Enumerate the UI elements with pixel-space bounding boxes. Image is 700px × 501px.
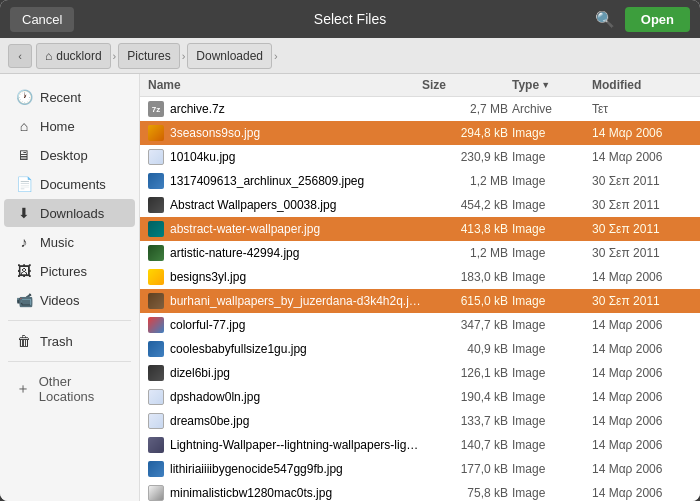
titlebar: Cancel Select Files 🔍 Open — [0, 0, 700, 38]
table-row[interactable]: colorful-77.jpg 347,7 kB Image 14 Μαρ 20… — [140, 313, 700, 337]
file-name-cell: minimalisticbw1280mac0ts.jpg — [148, 485, 422, 501]
breadcrumb: ⌂ ducklord › Pictures › Downloaded › — [36, 43, 278, 69]
open-button[interactable]: Open — [625, 7, 690, 32]
file-modified: 30 Σεπ 2011 — [592, 198, 692, 212]
breadcrumb-downloaded[interactable]: Downloaded — [187, 43, 272, 69]
file-modified: 30 Σεπ 2011 — [592, 174, 692, 188]
cancel-button[interactable]: Cancel — [10, 7, 74, 32]
sidebar-item-home[interactable]: ⌂ Home — [4, 112, 135, 140]
main-area: 🕐 Recent ⌂ Home 🖥 Desktop 📄 Documents ⬇ … — [0, 74, 700, 501]
file-modified: 30 Σεπ 2011 — [592, 222, 692, 236]
column-header-size[interactable]: Size — [422, 78, 512, 92]
file-name: archive.7z — [170, 102, 225, 116]
table-row[interactable]: dreams0be.jpg 133,7 kB Image 14 Μαρ 2006 — [140, 409, 700, 433]
sidebar-label-music: Music — [40, 235, 74, 250]
sidebar-item-recent[interactable]: 🕐 Recent — [4, 83, 135, 111]
table-row[interactable]: 7z archive.7z 2,7 MB Archive Τετ — [140, 97, 700, 121]
table-row[interactable]: artistic-nature-42994.jpg 1,2 MB Image 3… — [140, 241, 700, 265]
home-icon: ⌂ — [45, 49, 52, 63]
table-row[interactable]: abstract-water-wallpaper.jpg 413,8 kB Im… — [140, 217, 700, 241]
desktop-icon: 🖥 — [16, 147, 32, 163]
sidebar-label-videos: Videos — [40, 293, 80, 308]
file-type: Image — [512, 174, 592, 188]
file-name-cell: colorful-77.jpg — [148, 317, 422, 333]
table-row[interactable]: lithiriaiiiibygenocide547gg9fb.jpg 177,0… — [140, 457, 700, 481]
file-name-cell: 10104ku.jpg — [148, 149, 422, 165]
table-row[interactable]: 10104ku.jpg 230,9 kB Image 14 Μαρ 2006 — [140, 145, 700, 169]
file-size: 454,2 kB — [422, 198, 512, 212]
file-type: Image — [512, 318, 592, 332]
file-size: 1,2 MB — [422, 174, 512, 188]
file-modified: 14 Μαρ 2006 — [592, 414, 692, 428]
file-name-cell: dizel6bi.jpg — [148, 365, 422, 381]
file-type-icon — [148, 365, 164, 381]
file-name-cell: Lightning-Wallpaper--lightning-wallpaper… — [148, 437, 422, 453]
downloads-icon: ⬇ — [16, 205, 32, 221]
column-header-modified[interactable]: Modified — [592, 78, 692, 92]
table-row[interactable]: Abstract Wallpapers_00038.jpg 454,2 kB I… — [140, 193, 700, 217]
table-row[interactable]: besigns3yl.jpg 183,0 kB Image 14 Μαρ 200… — [140, 265, 700, 289]
sidebar-item-documents[interactable]: 📄 Documents — [4, 170, 135, 198]
file-type: Image — [512, 462, 592, 476]
file-name-cell: besigns3yl.jpg — [148, 269, 422, 285]
videos-icon: 📹 — [16, 292, 32, 308]
sidebar-label-other: Other Locations — [39, 374, 123, 404]
file-name-cell: coolesbabyfullsize1gu.jpg — [148, 341, 422, 357]
file-name-cell: 3seasons9so.jpg — [148, 125, 422, 141]
sidebar-label-recent: Recent — [40, 90, 81, 105]
file-type: Image — [512, 390, 592, 404]
file-modified: 14 Μαρ 2006 — [592, 438, 692, 452]
back-button[interactable]: ‹ — [8, 44, 32, 68]
column-header-type[interactable]: Type — [512, 78, 592, 92]
file-name-cell: Abstract Wallpapers_00038.jpg — [148, 197, 422, 213]
location-bar: ‹ ⌂ ducklord › Pictures › Downloaded › — [0, 38, 700, 74]
table-row[interactable]: 1317409613_archlinux_256809.jpeg 1,2 MB … — [140, 169, 700, 193]
sidebar-item-music[interactable]: ♪ Music — [4, 228, 135, 256]
table-row[interactable]: coolesbabyfullsize1gu.jpg 40,9 kB Image … — [140, 337, 700, 361]
sidebar: 🕐 Recent ⌂ Home 🖥 Desktop 📄 Documents ⬇ … — [0, 74, 140, 501]
file-modified: 14 Μαρ 2006 — [592, 342, 692, 356]
sidebar-item-downloads[interactable]: ⬇ Downloads — [4, 199, 135, 227]
add-icon: ＋ — [16, 380, 31, 398]
file-size: 133,7 kB — [422, 414, 512, 428]
sidebar-label-downloads: Downloads — [40, 206, 104, 221]
breadcrumb-home[interactable]: ⌂ ducklord — [36, 43, 111, 69]
file-name: Lightning-Wallpaper--lightning-wallpaper… — [170, 438, 422, 452]
breadcrumb-sep-1: › — [113, 50, 117, 62]
file-name-cell: dpshadow0ln.jpg — [148, 389, 422, 405]
file-name: 3seasons9so.jpg — [170, 126, 260, 140]
recent-icon: 🕐 — [16, 89, 32, 105]
file-type-icon — [148, 461, 164, 477]
file-type: Image — [512, 414, 592, 428]
table-row[interactable]: 3seasons9so.jpg 294,8 kB Image 14 Μαρ 20… — [140, 121, 700, 145]
sidebar-item-trash[interactable]: 🗑 Trash — [4, 327, 135, 355]
file-type: Image — [512, 246, 592, 260]
sidebar-item-desktop[interactable]: 🖥 Desktop — [4, 141, 135, 169]
file-modified: Τετ — [592, 102, 692, 116]
file-modified: 30 Σεπ 2011 — [592, 246, 692, 260]
sidebar-label-pictures: Pictures — [40, 264, 87, 279]
file-list-header: Name Size Type Modified — [140, 74, 700, 97]
file-list-container: Name Size Type Modified 7z archive.7z 2,… — [140, 74, 700, 501]
file-type: Image — [512, 198, 592, 212]
sidebar-other-locations[interactable]: ＋ Other Locations — [4, 368, 135, 410]
file-type-icon — [148, 149, 164, 165]
file-name-cell: 7z archive.7z — [148, 101, 422, 117]
table-row[interactable]: dizel6bi.jpg 126,1 kB Image 14 Μαρ 2006 — [140, 361, 700, 385]
breadcrumb-sep-3: › — [274, 50, 278, 62]
table-row[interactable]: dpshadow0ln.jpg 190,4 kB Image 14 Μαρ 20… — [140, 385, 700, 409]
sidebar-item-pictures[interactable]: 🖼 Pictures — [4, 257, 135, 285]
column-header-name[interactable]: Name — [148, 78, 422, 92]
table-row[interactable]: burhani_wallpapers_by_juzerdana-d3k4h2q.… — [140, 289, 700, 313]
dialog-title: Select Files — [314, 11, 386, 27]
file-type: Image — [512, 486, 592, 500]
table-row[interactable]: Lightning-Wallpaper--lightning-wallpaper… — [140, 433, 700, 457]
breadcrumb-pictures[interactable]: Pictures — [118, 43, 179, 69]
file-type-icon — [148, 245, 164, 261]
table-row[interactable]: minimalisticbw1280mac0ts.jpg 75,8 kB Ima… — [140, 481, 700, 501]
search-button[interactable]: 🔍 — [591, 6, 619, 33]
file-type-icon — [148, 125, 164, 141]
file-size: 75,8 kB — [422, 486, 512, 500]
file-type-icon: 7z — [148, 101, 164, 117]
sidebar-item-videos[interactable]: 📹 Videos — [4, 286, 135, 314]
